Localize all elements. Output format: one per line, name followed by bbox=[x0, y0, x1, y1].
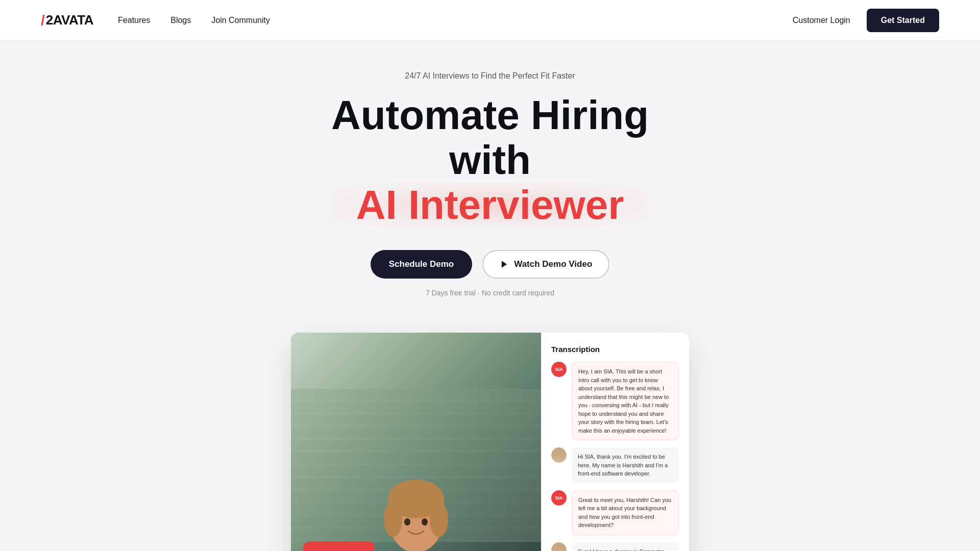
nav-link-join-community[interactable]: Join Community bbox=[211, 16, 270, 24]
message-content-3: Sure! I have a degree in Computer Scienc… bbox=[572, 542, 679, 552]
hero-title: Automate Hiring with AI Interviewer bbox=[331, 93, 649, 228]
nav-links: Features Blogs Join Community bbox=[118, 16, 270, 25]
svg-point-21 bbox=[422, 518, 428, 525]
demo-section: SIA bbox=[0, 333, 980, 551]
nav-item-blogs[interactable]: Blogs bbox=[170, 16, 191, 25]
user-avatar-face bbox=[551, 542, 567, 552]
message-text-2: Great to meet you, Harshith! Can you tel… bbox=[578, 496, 672, 530]
hero-buttons: Schedule Demo Watch Demo Video bbox=[371, 250, 610, 279]
demo-transcript-panel: Transcription SIAHey, I am SIA. This wil… bbox=[541, 333, 689, 551]
svg-rect-4 bbox=[291, 414, 541, 424]
user-avatar bbox=[551, 447, 567, 463]
get-started-button[interactable]: Get Started bbox=[867, 9, 939, 32]
logo[interactable]: / 2AVATA bbox=[41, 12, 93, 29]
play-icon bbox=[500, 260, 509, 269]
demo-video-bg: SIA bbox=[291, 333, 541, 551]
user-avatar-face bbox=[551, 447, 567, 463]
logo-brand: 2AVATA bbox=[46, 12, 93, 28]
transcript-title: Transcription bbox=[551, 345, 679, 354]
hero-trial-note: 7 Days free trial · No credit card requi… bbox=[426, 289, 554, 297]
hero-subtitle: 24/7 AI Interviews to Find the Perfect F… bbox=[405, 71, 575, 81]
schedule-demo-button[interactable]: Schedule Demo bbox=[371, 250, 473, 279]
nav-link-blogs[interactable]: Blogs bbox=[170, 16, 191, 24]
svg-marker-0 bbox=[502, 261, 507, 268]
nav-right: Customer Login Get Started bbox=[793, 9, 939, 32]
sia-badge-label: SIA bbox=[328, 548, 350, 552]
svg-rect-5 bbox=[291, 427, 541, 437]
nav-left: / 2AVATA Features Blogs Join Community bbox=[41, 12, 270, 29]
transcript-message-0: SIAHey, I am SIA. This will be a short i… bbox=[551, 362, 679, 440]
transcript-message-3: Sure! I have a degree in Computer Scienc… bbox=[551, 542, 679, 552]
sia-badge: SIA bbox=[303, 541, 375, 552]
hero-section: 24/7 AI Interviews to Find the Perfect F… bbox=[0, 41, 980, 317]
message-text-1: Hi SIA, thank you. I'm excited to be her… bbox=[578, 453, 673, 478]
demo-video-panel: SIA bbox=[291, 333, 541, 551]
message-text-0: Hey, I am SIA. This will be a short intr… bbox=[578, 367, 672, 435]
navbar: / 2AVATA Features Blogs Join Community C… bbox=[0, 0, 980, 41]
demo-container: SIA bbox=[291, 333, 689, 551]
nav-link-features[interactable]: Features bbox=[118, 16, 150, 24]
svg-rect-3 bbox=[291, 402, 541, 412]
nav-item-features[interactable]: Features bbox=[118, 16, 150, 25]
message-content-0: Hey, I am SIA. This will be a short intr… bbox=[572, 362, 679, 440]
svg-point-19 bbox=[430, 502, 448, 537]
hero-title-line1: Automate Hiring bbox=[331, 92, 649, 138]
svg-rect-2 bbox=[291, 389, 541, 399]
svg-point-18 bbox=[384, 502, 402, 537]
customer-login-link[interactable]: Customer Login bbox=[793, 16, 850, 25]
message-content-1: Hi SIA, thank you. I'm excited to be her… bbox=[572, 447, 679, 483]
logo-slash: / bbox=[41, 12, 45, 29]
person-figure bbox=[352, 445, 480, 552]
hero-title-highlight: AI Interviewer bbox=[331, 183, 649, 228]
message-content-2: Great to meet you, Harshith! Can you tel… bbox=[572, 490, 679, 535]
hero-title-line2: with bbox=[449, 137, 531, 183]
transcript-message-1: Hi SIA, thank you. I'm excited to be her… bbox=[551, 447, 679, 483]
sia-avatar: SIA bbox=[551, 362, 567, 377]
user-avatar bbox=[551, 542, 567, 552]
message-text-3: Sure! I have a degree in Computer Scienc… bbox=[578, 547, 673, 552]
transcript-messages: SIAHey, I am SIA. This will be a short i… bbox=[551, 362, 679, 551]
svg-point-20 bbox=[404, 518, 410, 525]
watch-demo-button[interactable]: Watch Demo Video bbox=[482, 250, 609, 279]
nav-item-join-community[interactable]: Join Community bbox=[211, 16, 270, 25]
sia-avatar: SIA bbox=[551, 490, 567, 506]
transcript-message-2: SIAGreat to meet you, Harshith! Can you … bbox=[551, 490, 679, 535]
